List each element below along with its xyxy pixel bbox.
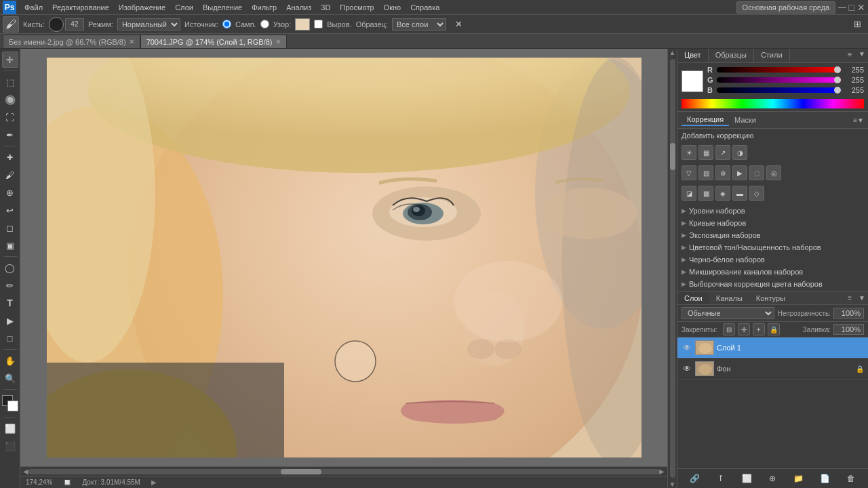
link-layers-btn[interactable]: 🔗 [687, 471, 702, 486]
minimize-button[interactable]: ─ [838, 1, 846, 14]
hscroll-track[interactable] [28, 469, 659, 474]
color-balance-icon[interactable]: ⊕ [715, 165, 730, 180]
corrections-panel-collapse[interactable]: ▼ [857, 117, 864, 124]
add-layer-btn[interactable]: 📄 [817, 471, 832, 486]
menu-file[interactable]: Файл [20, 2, 47, 13]
history-brush-tool[interactable]: ↩ [2, 202, 18, 218]
color-spectrum[interactable] [682, 99, 864, 108]
hscroll-thumb[interactable] [281, 469, 321, 474]
menu-3d[interactable]: 3D [317, 2, 334, 13]
color-swatch-main[interactable] [682, 70, 703, 92]
lock-pixels-btn[interactable]: ⊟ [723, 323, 735, 336]
corr-item-6[interactable]: ▶ Выборочная коррекция цвета наборов [677, 278, 868, 290]
close-button[interactable]: ✕ [857, 2, 865, 13]
add-mask-btn[interactable]: ⬜ [739, 471, 754, 486]
selection-tool[interactable]: ⬚ [2, 74, 18, 90]
masks-tab[interactable]: Маски [729, 115, 762, 125]
maximize-button[interactable]: □ [849, 2, 854, 13]
scroll-right-arrow[interactable]: ▶ [659, 468, 665, 475]
stamp-tool[interactable]: ⊕ [2, 184, 18, 201]
quick-mask-tool[interactable]: ⬜ [2, 420, 18, 436]
layer-item-1[interactable]: 👁 Фон 🔒 [677, 359, 868, 380]
menu-window[interactable]: Окно [380, 2, 406, 13]
brush-preview-group[interactable]: 42 [49, 17, 84, 32]
scroll-left-arrow[interactable]: ◀ [23, 468, 28, 475]
vscroll-thumb[interactable] [670, 143, 675, 170]
add-style-btn[interactable]: f [713, 471, 728, 486]
horizontal-scrollbar[interactable]: ◀ ▶ [20, 466, 667, 476]
brush-size[interactable]: 42 [65, 18, 84, 30]
invert-icon[interactable]: ◪ [682, 186, 696, 201]
channels-tab[interactable]: Каналы [709, 292, 749, 304]
layer-vis-1[interactable]: 👁 [682, 363, 692, 374]
tab-70041[interactable]: 70041.JPG @ 174% (Слой 1, RGB/8) ✕ [140, 35, 287, 48]
menu-help[interactable]: Справка [406, 2, 443, 13]
hue-sat-icon[interactable]: ▧ [698, 165, 713, 180]
corr-item-2[interactable]: ▶ Экспозиция наборов [677, 229, 868, 241]
corr-item-4[interactable]: ▶ Черно-белое наборов [677, 253, 868, 266]
hand-tool[interactable]: ✋ [2, 352, 18, 369]
opacity-value[interactable]: 100% [833, 308, 864, 319]
menu-image[interactable]: Изображение [115, 2, 170, 13]
swatches-tab[interactable]: Образцы [709, 49, 754, 62]
corr-item-3[interactable]: ▶ Цветовой тон/Насыщенность наборов [677, 241, 868, 253]
brush-settings-icon[interactable]: ⊞ [849, 16, 865, 33]
b-slider[interactable] [717, 87, 841, 93]
selective-color-icon[interactable]: ◇ [749, 186, 764, 201]
menu-layers[interactable]: Слои [171, 2, 197, 13]
sample-select[interactable]: Все слои [392, 18, 446, 30]
vscroll-track[interactable] [670, 59, 675, 478]
fill-value[interactable]: 100% [833, 324, 864, 335]
pattern-swatch[interactable] [295, 18, 310, 30]
levels-icon[interactable]: ▦ [698, 145, 713, 160]
vertical-scrollbar[interactable]: ▲ ▼ [667, 49, 677, 488]
zoom-icon[interactable]: 🔲 [63, 479, 71, 486]
menu-filter[interactable]: Фильтр [248, 2, 281, 13]
r-slider[interactable] [717, 67, 841, 73]
paths-tab[interactable]: Контуры [749, 292, 792, 304]
layers-panel-collapse[interactable]: ▼ [856, 292, 868, 304]
delete-layer-btn[interactable]: 🗑 [844, 471, 859, 486]
add-adjustment-btn[interactable]: ⊕ [765, 471, 780, 486]
channel-mix-icon[interactable]: ◎ [766, 165, 781, 180]
zoom-tool[interactable]: 🔍 [2, 370, 18, 386]
eyedropper-tool[interactable]: ✒ [2, 127, 18, 143]
lock-icon-btn[interactable]: 🔒 [768, 323, 780, 336]
mode-select[interactable]: Нормальный [117, 18, 180, 30]
styles-tab[interactable]: Стили [754, 49, 790, 62]
menu-select[interactable]: Выделение [199, 2, 246, 13]
healing-tool[interactable]: ✚ [2, 149, 18, 165]
add-group-btn[interactable]: 📁 [791, 471, 806, 486]
color-panel-collapse[interactable]: ▼ [856, 49, 868, 62]
posterize-icon[interactable]: ▩ [698, 186, 713, 201]
threshold-icon[interactable]: ◈ [715, 186, 730, 201]
scroll-down-arrow[interactable]: ▼ [669, 481, 676, 488]
gradient-tool[interactable]: ▣ [2, 237, 18, 253]
corrections-tab[interactable]: Коррекция [682, 114, 729, 126]
corr-item-1[interactable]: ▶ Кривые наборов [677, 217, 868, 229]
brightness-icon[interactable]: ☀ [682, 145, 696, 160]
crop-tool[interactable]: ⛶ [2, 109, 18, 125]
type-tool[interactable]: T [2, 295, 18, 311]
menu-edit[interactable]: Редактирование [48, 2, 113, 13]
source-pattern-radio[interactable] [260, 20, 269, 28]
lock-all-btn[interactable]: + [753, 323, 765, 336]
brush-tool-icon[interactable]: 🖌 [3, 16, 19, 33]
background-color[interactable] [7, 401, 18, 411]
tab-unnamed[interactable]: Без имени-2.jpg @ 66.7% (RGB/8) ✕ [3, 35, 140, 48]
canvas-image[interactable] [47, 58, 642, 458]
menu-view[interactable]: Просмотр [336, 2, 378, 13]
layers-tab[interactable]: Слои [677, 292, 709, 304]
layers-panel-menu[interactable]: ≡ [844, 292, 856, 304]
scroll-up-arrow[interactable]: ▲ [669, 49, 676, 56]
corr-item-5[interactable]: ▶ Микширование каналов наборов [677, 266, 868, 278]
vibrance-icon[interactable]: ▽ [682, 165, 696, 180]
foreground-background-colors[interactable] [2, 395, 18, 411]
brush-preview[interactable] [49, 17, 64, 32]
extra-opt-icon[interactable]: ✕ [450, 16, 467, 33]
corr-item-0[interactable]: ▶ Уровни наборов [677, 205, 868, 217]
gradient-map-icon[interactable]: ▬ [732, 186, 747, 201]
move-tool[interactable]: ✛ [2, 52, 18, 68]
lasso-tool[interactable]: 🔘 [2, 92, 18, 108]
bw-icon[interactable]: ▶ [732, 165, 747, 180]
